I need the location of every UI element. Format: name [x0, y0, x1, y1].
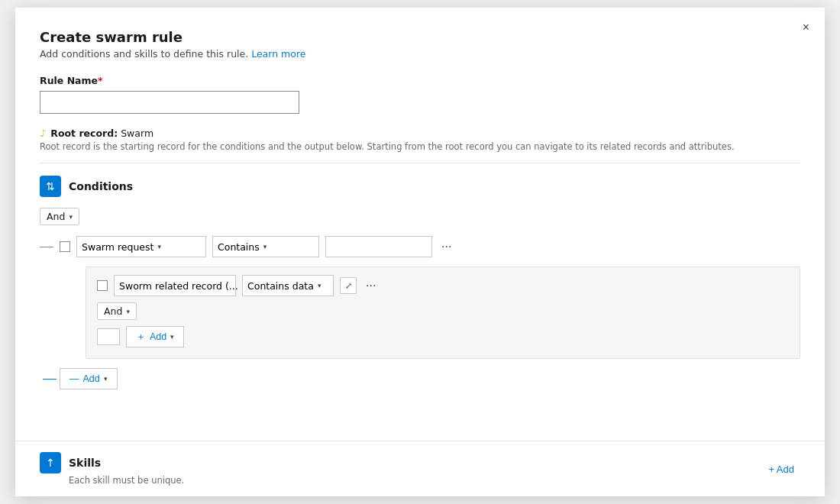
and-dropdown[interactable]: And ▾	[40, 208, 79, 225]
skills-title-row: ↑ Skills	[40, 452, 184, 473]
skills-icon: ↑	[40, 452, 61, 473]
nested-condition-block: Sworm related record (... ▾ Contains dat…	[86, 267, 800, 359]
nested-and-dropdown[interactable]: And ▾	[97, 302, 137, 320]
condition-checkbox[interactable]	[60, 241, 70, 252]
chevron-down-icon: ▾	[104, 375, 108, 383]
contains-data-dropdown[interactable]: Contains data ▾	[242, 275, 334, 296]
chevron-down-icon: ▾	[126, 308, 130, 315]
outer-add-row: — Add ▾	[43, 368, 800, 389]
condition-row: Swarm request ▾ Contains ▾ ···	[40, 236, 800, 257]
expand-icon[interactable]: ⤢	[340, 277, 357, 294]
root-record-description: Root record is the starting record for t…	[40, 141, 800, 152]
chevron-down-icon: ▾	[157, 243, 161, 250]
skills-section: ↑ Skills Each skill must be unique. + Ad…	[15, 441, 825, 496]
condition-dash	[40, 247, 53, 247]
conditions-section-header: ⇅ Conditions	[40, 176, 800, 197]
chevron-down-icon: ▾	[170, 333, 174, 341]
learn-more-link[interactable]: Learn more	[251, 48, 305, 60]
skills-left: ↑ Skills Each skill must be unique.	[40, 452, 184, 486]
rule-name-input[interactable]	[40, 91, 299, 114]
required-indicator: *	[98, 75, 103, 86]
skills-description: Each skill must be unique.	[69, 475, 184, 486]
condition-more-button[interactable]: ···	[438, 239, 454, 254]
nested-condition-row: Sworm related record (... ▾ Contains dat…	[97, 275, 789, 296]
conditions-icon: ⇅	[40, 176, 61, 197]
nested-add-row: ＋ Add ▾	[97, 326, 789, 347]
rule-name-label: Rule Name*	[40, 75, 800, 86]
conditions-title: Conditions	[69, 180, 133, 192]
root-record-label: ♪ Root record: Swarm	[40, 128, 800, 139]
create-swarm-rule-dialog: × Create swarm rule Add conditions and s…	[15, 8, 825, 496]
outer-dash	[43, 379, 57, 380]
chevron-down-icon: ▾	[318, 282, 321, 289]
section-divider	[40, 163, 800, 163]
skills-header: ↑ Skills Each skill must be unique. + Ad…	[40, 452, 800, 486]
outer-add-button[interactable]: — Add ▾	[60, 368, 118, 389]
close-button[interactable]: ×	[800, 18, 813, 37]
contains-dropdown[interactable]: Contains ▾	[212, 236, 319, 257]
condition-value-input[interactable]	[325, 236, 432, 257]
nested-value-input[interactable]	[97, 328, 120, 345]
root-record-section: ♪ Root record: Swarm Root record is the …	[40, 128, 800, 152]
skills-add-button[interactable]: + Add	[762, 460, 800, 478]
swarm-request-dropdown[interactable]: Swarm request ▾	[76, 236, 206, 257]
nested-checkbox[interactable]	[97, 280, 108, 291]
nested-more-button[interactable]: ···	[363, 278, 379, 293]
dialog-subtitle: Add conditions and skills to define this…	[40, 48, 800, 60]
root-record-icon: ♪	[40, 128, 46, 139]
nested-add-button[interactable]: ＋ Add ▾	[126, 326, 184, 347]
chevron-down-icon: ▾	[69, 213, 73, 221]
swarm-related-record-dropdown[interactable]: Sworm related record (... ▾	[114, 275, 236, 296]
chevron-down-icon: ▾	[263, 243, 267, 250]
skills-title: Skills	[69, 457, 101, 469]
dialog-title: Create swarm rule	[40, 29, 800, 45]
